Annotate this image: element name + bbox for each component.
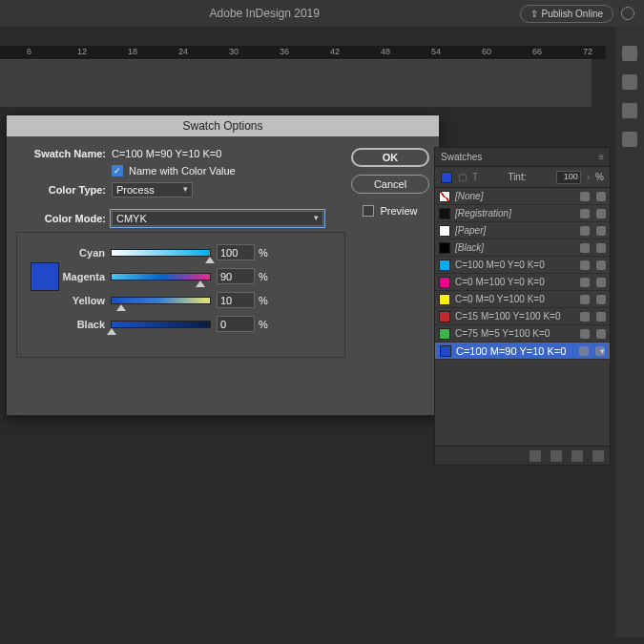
colortype-icon <box>596 312 606 322</box>
magenta-input[interactable] <box>217 268 255 284</box>
ruler-mark: 30 <box>229 47 239 56</box>
swatch-name: C=15 M=100 Y=100 K=0 <box>455 311 573 322</box>
panel-icon[interactable] <box>622 46 637 61</box>
yellow-slider[interactable] <box>111 297 211 304</box>
panel-icon[interactable] <box>622 103 637 118</box>
swatch-color-chip <box>439 294 450 305</box>
swatch-row[interactable]: [Paper] <box>435 222 610 239</box>
chevron-right-icon[interactable]: › <box>587 172 590 182</box>
swatch-color-chip <box>439 260 450 271</box>
colortype-icon <box>596 260 606 270</box>
swatch-row[interactable]: [None] <box>435 188 610 205</box>
swatch-list: [None][Registration][Paper][Black]C=100 … <box>435 188 610 360</box>
app-topbar: Adobe InDesign 2019 ⇪ Publish Online <box>0 0 644 27</box>
help-icon[interactable] <box>621 7 634 20</box>
swatch-name: [Black] <box>455 242 573 253</box>
ruler-mark: 60 <box>482 47 491 56</box>
swatch-row[interactable]: C=100 M=90 Y=10 K=0 <box>435 343 610 360</box>
colorspace-icon <box>580 209 590 218</box>
swatch-name: C=100 M=90 Y=10 K=0 <box>456 345 572 357</box>
ruler-mark: 48 <box>381 47 390 56</box>
preview-checkbox[interactable] <box>363 205 374 217</box>
black-label: Black <box>25 319 111 330</box>
delete-swatch-icon[interactable] <box>592 450 604 462</box>
cancel-button[interactable]: Cancel <box>351 175 429 194</box>
swatch-name: [None] <box>455 191 573 201</box>
swatch-row[interactable]: C=0 M=0 Y=100 K=0 <box>435 291 610 308</box>
swatch-row[interactable]: C=100 M=0 Y=0 K=0 <box>435 257 610 274</box>
swatch-name: C=75 M=5 Y=100 K=0 <box>455 328 573 339</box>
swatch-color-chip <box>439 328 450 340</box>
panel-icon[interactable] <box>622 74 637 90</box>
dialog-title: Swatch Options <box>7 115 439 136</box>
ruler-mark: 24 <box>178 47 188 56</box>
colortype-icon <box>596 209 606 218</box>
cyan-slider[interactable] <box>111 249 211 257</box>
publish-online-button[interactable]: ⇪ Publish Online <box>520 5 613 23</box>
color-mode-select[interactable]: CMYK <box>112 211 323 226</box>
swatch-color-chip <box>439 225 450 237</box>
preview-label: Preview <box>380 205 417 217</box>
container-icon[interactable]: ▢ <box>458 172 467 182</box>
colortype-icon <box>596 278 606 287</box>
colortype-icon <box>596 226 606 236</box>
panel-icon[interactable] <box>622 132 637 147</box>
upload-icon: ⇪ <box>530 9 538 19</box>
swatch-row[interactable]: C=15 M=100 Y=100 K=0 <box>435 308 610 325</box>
cyan-label: Cyan <box>25 247 111 259</box>
ruler-mark: 12 <box>77 47 87 56</box>
color-type-select[interactable]: Process <box>112 182 193 197</box>
swatch-name: C=0 M=0 Y=100 K=0 <box>455 294 573 304</box>
name-with-color-checkbox[interactable]: ✓ <box>112 165 123 177</box>
swatch-row[interactable]: C=75 M=5 Y=100 K=0 <box>435 325 610 343</box>
document-canvas[interactable] <box>0 59 592 107</box>
swatch-name: C=0 M=100 Y=0 K=0 <box>455 277 573 287</box>
swatch-row[interactable]: C=0 M=100 Y=0 K=0 <box>435 274 610 291</box>
swatch-row[interactable]: [Registration] <box>435 205 610 222</box>
color-type-label: Color Type: <box>16 184 112 196</box>
horizontal-ruler: 61218243036424854606672 <box>0 46 606 59</box>
colortype-icon <box>596 192 606 201</box>
swatch-name-label: Swatch Name: <box>16 148 112 159</box>
colorspace-icon <box>580 295 590 304</box>
tint-label: Tint: <box>508 172 526 182</box>
colortype-icon <box>595 346 605 356</box>
black-slider[interactable] <box>111 321 211 328</box>
colorspace-icon <box>580 312 590 322</box>
name-with-color-label: Name with Color Value <box>129 165 236 177</box>
colorspace-icon <box>580 260 590 270</box>
ruler-mark: 6 <box>27 47 31 56</box>
ruler-mark: 66 <box>532 47 542 56</box>
colorspace-icon <box>580 226 590 236</box>
swatch-view-icon[interactable] <box>530 450 541 462</box>
yellow-label: Yellow <box>25 295 111 306</box>
swatch-name: [Paper] <box>455 225 573 236</box>
magenta-slider[interactable] <box>111 273 211 280</box>
text-icon[interactable]: T <box>472 172 478 182</box>
swatch-color-chip <box>439 311 450 322</box>
colortype-icon <box>596 329 606 339</box>
panel-menu-icon[interactable]: ≡ <box>598 152 604 162</box>
swatch-color-chip <box>439 208 450 219</box>
cyan-input[interactable] <box>217 244 255 260</box>
swatch-color-chip <box>439 242 450 254</box>
yellow-input[interactable] <box>217 292 255 308</box>
ruler-mark: 72 <box>583 47 592 56</box>
colorspace-icon <box>580 243 590 253</box>
publish-label: Publish Online <box>542 9 603 19</box>
swatch-name: C=100 M=0 Y=0 K=0 <box>455 260 573 270</box>
black-input[interactable] <box>217 316 255 332</box>
swatch-color-preview <box>31 262 59 291</box>
ruler-mark: 54 <box>431 47 441 56</box>
ok-button[interactable]: OK <box>351 148 429 167</box>
swatch-row[interactable]: [Black] <box>435 239 610 257</box>
app-title: Adobe InDesign 2019 <box>10 7 520 20</box>
new-swatch-icon[interactable] <box>571 450 583 462</box>
new-group-icon[interactable] <box>551 450 562 462</box>
ruler-mark: 42 <box>330 47 340 56</box>
ruler-mark: 18 <box>128 47 137 56</box>
tint-input[interactable]: 100 <box>556 171 581 184</box>
swatch-name-value: C=100 M=90 Y=10 K=0 <box>112 148 221 159</box>
swatch-options-dialog: Swatch Options Swatch Name: C=100 M=90 Y… <box>6 114 440 416</box>
fill-stroke-indicator[interactable] <box>441 172 452 183</box>
